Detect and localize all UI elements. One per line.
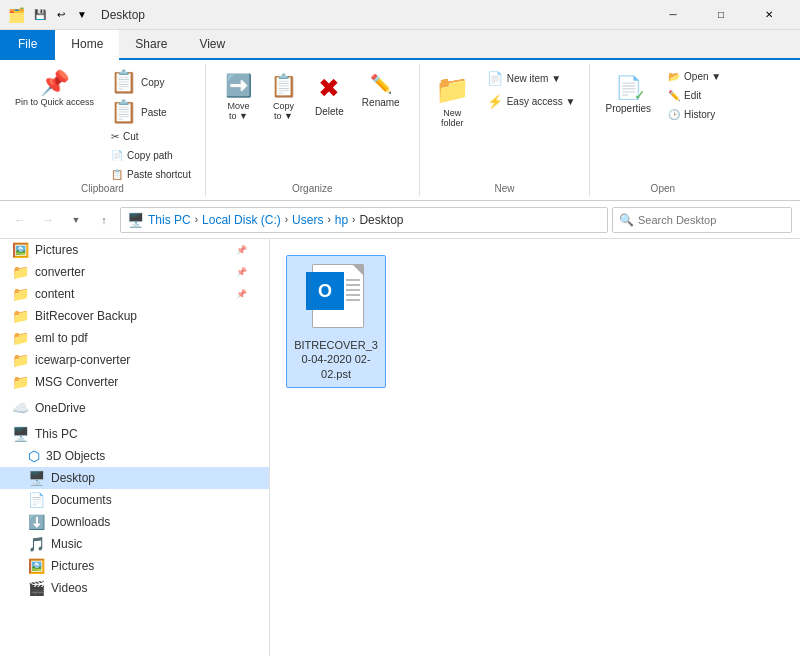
sidebar-item-3dobjects[interactable]: ⬡ 3D Objects [0, 445, 269, 467]
sidebar-item-pictures[interactable]: 🖼️ Pictures [0, 555, 269, 577]
rename-button[interactable]: ✏️ Rename [355, 68, 407, 113]
outlook-o-letter: O [318, 281, 332, 302]
main-area: 🖼️ Pictures 📁 converter 📁 content 📁 BitR… [0, 239, 800, 656]
edit-button[interactable]: ✏️ Edit [662, 87, 727, 104]
sidebar-item-videos[interactable]: 🎬 Videos [0, 577, 269, 599]
new-folder-button[interactable]: 📁 Newfolder [428, 68, 477, 133]
sidebar-item-label: eml to pdf [35, 331, 88, 345]
sidebar-item-documents[interactable]: 📄 Documents [0, 489, 269, 511]
thispc-icon: 🖥️ [12, 426, 29, 442]
sidebar-item-label: Documents [51, 493, 112, 507]
sidebar-item-label: Pictures [51, 559, 94, 573]
converter-icon: 📁 [12, 264, 29, 280]
paste-button[interactable]: 📋 Paste [105, 98, 197, 126]
file-item-pst[interactable]: O BITRECOVER_30-04-2020 02-02.pst [286, 255, 386, 388]
new-item-stack: 📄 New item ▼ ⚡ Easy access ▼ [481, 68, 582, 112]
breadcrumb-hp[interactable]: hp [335, 213, 348, 227]
sidebar-item-bitrecover[interactable]: 📁 BitRecover Backup [0, 305, 269, 327]
pictures-icon: 🖼️ [28, 558, 45, 574]
breadcrumb-thispc[interactable]: This PC [148, 213, 191, 227]
breadcrumb-sep3: › [327, 214, 330, 225]
paste-icon: 📋 [110, 101, 137, 123]
sidebar-item-downloads[interactable]: ⬇️ Downloads [0, 511, 269, 533]
breadcrumb-desktop: Desktop [359, 213, 403, 227]
new-item-button[interactable]: 📄 New item ▼ [481, 68, 582, 89]
breadcrumb-localdisk[interactable]: Local Disk (C:) [202, 213, 281, 227]
sidebar-item-label: OneDrive [35, 401, 86, 415]
recent-locations-button[interactable]: ▼ [64, 208, 88, 232]
sidebar-item-onedrive[interactable]: ☁️ OneDrive [0, 397, 269, 419]
sidebar-item-label: 3D Objects [46, 449, 105, 463]
move-to-button[interactable]: ➡️ Moveto ▼ [218, 68, 259, 126]
ribbon: 📌 Pin to Quick access 📋 Copy 📋 Paste ✂ C… [0, 60, 800, 201]
sidebar-item-pictures-pinned[interactable]: 🖼️ Pictures [0, 239, 269, 261]
search-icon: 🔍 [619, 213, 634, 227]
3dobjects-icon: ⬡ [28, 448, 40, 464]
sidebar-item-label: converter [35, 265, 85, 279]
properties-icon: 📄 ✓ [615, 73, 642, 101]
move-to-icon: ➡️ [225, 73, 252, 99]
organize-label: Organize [292, 183, 333, 196]
close-button[interactable]: ✕ [746, 0, 792, 30]
properties-button[interactable]: 📄 ✓ Properties [598, 68, 658, 119]
sidebar-item-label: Desktop [51, 471, 95, 485]
desktop-icon: 🖥️ [28, 470, 45, 486]
undo-quick-btn[interactable]: ↩ [52, 6, 70, 24]
copy-button[interactable]: 📋 Copy [105, 68, 197, 96]
forward-button[interactable]: → [36, 208, 60, 232]
back-button[interactable]: ← [8, 208, 32, 232]
customize-quick-btn[interactable]: ▼ [73, 6, 91, 24]
file-icon-container: O [304, 262, 368, 334]
sidebar-item-label: BitRecover Backup [35, 309, 137, 323]
sidebar-item-desktop[interactable]: 🖥️ Desktop [0, 467, 269, 489]
breadcrumb[interactable]: 🖥️ This PC › Local Disk (C:) › Users › h… [120, 207, 608, 233]
maximize-button[interactable]: □ [698, 0, 744, 30]
window-icon: 🗂️ [8, 7, 25, 23]
sidebar-item-music[interactable]: 🎵 Music [0, 533, 269, 555]
sidebar-item-label: Videos [51, 581, 87, 595]
sidebar-item-converter[interactable]: 📁 converter [0, 261, 269, 283]
open-button[interactable]: 📂 Open ▼ [662, 68, 727, 85]
emltopdf-icon: 📁 [12, 330, 29, 346]
copy-path-icon: 📄 [111, 150, 123, 161]
new-group: 📁 Newfolder 📄 New item ▼ ⚡ Easy access ▼… [420, 64, 591, 196]
cut-button[interactable]: ✂ Cut [105, 128, 197, 145]
minimize-button[interactable]: ─ [650, 0, 696, 30]
title-bar: 🗂️ 💾 ↩ ▼ Desktop ─ □ ✕ [0, 0, 800, 30]
address-bar: ← → ▼ ↑ 🖥️ This PC › Local Disk (C:) › U… [0, 201, 800, 239]
delete-icon: ✖ [318, 73, 340, 104]
easy-access-button[interactable]: ⚡ Easy access ▼ [481, 91, 582, 112]
tab-file[interactable]: File [0, 30, 55, 58]
window-title: Desktop [101, 8, 145, 22]
sidebar-item-label: MSG Converter [35, 375, 118, 389]
sidebar-item-label: Pictures [35, 243, 78, 257]
documents-icon: 📄 [28, 492, 45, 508]
pin-to-quick-access-button[interactable]: 📌 Pin to Quick access [8, 68, 101, 113]
new-item-icon: 📄 [487, 71, 503, 86]
sidebar-item-icewarp[interactable]: 📁 icewarp-converter [0, 349, 269, 371]
tab-view[interactable]: View [183, 30, 241, 58]
sidebar-item-emltopdf[interactable]: 📁 eml to pdf [0, 327, 269, 349]
window-controls: ─ □ ✕ [650, 0, 792, 30]
paste-shortcut-button[interactable]: 📋 Paste shortcut [105, 166, 197, 183]
sidebar-item-msgconverter[interactable]: 📁 MSG Converter [0, 371, 269, 393]
open-buttons: 📄 ✓ Properties 📂 Open ▼ ✏️ Edit 🕒 Hist [598, 68, 727, 183]
clipboard-group: 📌 Pin to Quick access 📋 Copy 📋 Paste ✂ C… [0, 64, 206, 196]
icewarp-icon: 📁 [12, 352, 29, 368]
sidebar-item-content[interactable]: 📁 content [0, 283, 269, 305]
open-edit-stack: 📂 Open ▼ ✏️ Edit 🕒 History [662, 68, 727, 123]
open-group: 📄 ✓ Properties 📂 Open ▼ ✏️ Edit 🕒 Hist [590, 64, 735, 196]
onedrive-icon: ☁️ [12, 400, 29, 416]
tab-share[interactable]: Share [119, 30, 183, 58]
copy-to-button[interactable]: 📋 Copyto ▼ [263, 68, 304, 126]
search-input[interactable] [638, 214, 785, 226]
breadcrumb-users[interactable]: Users [292, 213, 323, 227]
history-button[interactable]: 🕒 History [662, 106, 727, 123]
tab-home[interactable]: Home [55, 30, 119, 60]
save-quick-btn[interactable]: 💾 [31, 6, 49, 24]
search-box: 🔍 [612, 207, 792, 233]
up-button[interactable]: ↑ [92, 208, 116, 232]
sidebar-item-thispc[interactable]: 🖥️ This PC [0, 423, 269, 445]
delete-button[interactable]: ✖ Delete [308, 68, 351, 122]
copy-path-button[interactable]: 📄 Copy path [105, 147, 197, 164]
